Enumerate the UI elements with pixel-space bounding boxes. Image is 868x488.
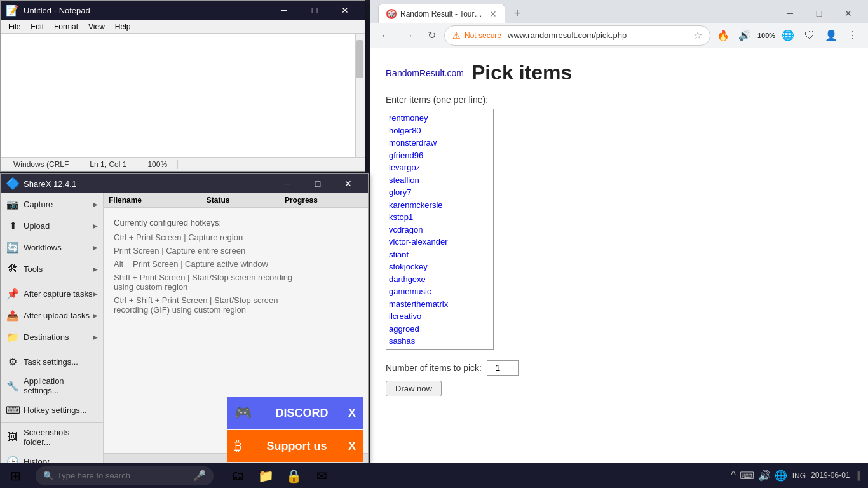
workflows-icon: 🔄 <box>6 240 20 254</box>
sidebar-item-history[interactable]: 🕒 History... <box>1 451 103 463</box>
hotkey-screen-recording: Shift + Print Screen | Start/Stop screen… <box>114 273 358 292</box>
notepad-menubar: File Edit Format View Help <box>1 20 365 34</box>
taskbar-app-file-explorer[interactable]: 📁 <box>252 463 280 489</box>
browser-nav-bar: ← → ↻ ⚠ Not secure www.randomresult.com/… <box>370 23 868 48</box>
discord-banner[interactable]: 🎮 DISCORD X <box>227 397 363 429</box>
browser-tab-active[interactable]: 🎲 Random Result - Tournament dr... ✕ <box>378 4 505 23</box>
tools-icon: 🛠 <box>6 262 20 276</box>
browser-window: 🎲 Random Result - Tournament dr... ✕ + ─… <box>370 0 868 463</box>
pick-row: Number of items to pick: <box>386 360 853 376</box>
sidebar-item-screenshots[interactable]: 🖼 Screenshots folder... <box>1 424 103 451</box>
start-button[interactable]: ⊞ <box>0 463 31 489</box>
notepad-statusbar: Windows (CRLF Ln 1, Col 1 100% <box>1 157 365 171</box>
after-capture-icon: 📌 <box>6 287 20 301</box>
pick-number-input[interactable] <box>487 360 519 376</box>
notepad-menu-view[interactable]: View <box>83 21 110 32</box>
sidebar-item-app-settings-label: Application settings... <box>24 376 98 395</box>
taskbar-app-security[interactable]: 🔒 <box>280 463 308 489</box>
tray-speaker-icon[interactable]: 🔊 <box>758 470 771 482</box>
browser-volume-icon[interactable]: 🔊 <box>735 25 755 46</box>
support-banner-close[interactable]: X <box>348 440 356 453</box>
taskbar-app-mail[interactable]: ✉ <box>308 463 336 489</box>
sharex-table-header: Filename Status Progress <box>104 193 368 208</box>
sidebar-item-tools[interactable]: 🛠 Tools ▶ <box>1 258 103 280</box>
draw-now-button[interactable]: Draw now <box>386 381 442 396</box>
notepad-textarea[interactable] <box>1 34 365 157</box>
browser-profile-icon[interactable]: 👤 <box>821 25 841 46</box>
browser-new-tab-button[interactable]: + <box>508 4 527 23</box>
sharex-maximize-button[interactable]: □ <box>303 174 332 193</box>
discord-banner-close[interactable]: X <box>348 407 356 420</box>
support-banner-text: Support us <box>266 440 327 453</box>
notepad-minimize-button[interactable]: ─ <box>269 1 299 20</box>
browser-tab-close-button[interactable]: ✕ <box>489 9 497 19</box>
search-icon: 🔍 <box>43 471 53 480</box>
taskbar-search-input[interactable] <box>57 471 191 480</box>
browser-maximize-button[interactable]: □ <box>804 4 834 23</box>
after-upload-arrow-icon: ▶ <box>93 312 98 319</box>
cortana-icon: 🎤 <box>193 470 206 482</box>
browser-tab-title: Random Result - Tournament dr... <box>400 10 485 18</box>
notepad-close-button[interactable]: ✕ <box>330 1 360 20</box>
app-settings-icon: 🔧 <box>6 379 20 393</box>
notepad-menu-format[interactable]: Format <box>49 21 83 32</box>
page-header: RandomResult.com Pick items <box>386 61 853 85</box>
notepad-menu-help[interactable]: Help <box>110 21 136 32</box>
browser-menu-button[interactable]: ⋮ <box>843 25 863 46</box>
sidebar-item-task-settings-label: Task settings... <box>24 357 98 367</box>
support-icon: ₿ <box>234 438 241 454</box>
hotkey-capture-screen: Print Screen | Capture entire screen <box>114 246 358 255</box>
tray-locale: ING <box>792 471 806 480</box>
capture-arrow-icon: ▶ <box>93 201 98 208</box>
items-textarea[interactable]: rentmoney holger80 monsterdraw gfriend96… <box>386 109 494 350</box>
notepad-content-area <box>1 34 365 157</box>
support-banner[interactable]: ₿ Support us X <box>227 430 363 462</box>
taskbar-clock[interactable]: 2019-06-01 <box>811 470 850 481</box>
sidebar-separator-3 <box>1 422 103 423</box>
tray-network-icon[interactable]: 🌐 <box>775 470 787 482</box>
notepad-maximize-button[interactable]: □ <box>300 1 329 20</box>
sharex-close-button[interactable]: ✕ <box>334 174 363 193</box>
sidebar-item-capture[interactable]: 📷 Capture ▶ <box>1 193 103 215</box>
browser-refresh-button[interactable]: ↻ <box>421 25 442 46</box>
address-bar[interactable]: ⚠ Not secure www.randomresult.com/pick.p… <box>444 25 710 46</box>
taskbar-app-task-view[interactable]: 🗂 <box>224 463 252 489</box>
notepad-menu-edit[interactable]: Edit <box>25 21 49 32</box>
discord-banner-text: DISCORD <box>275 407 328 420</box>
sidebar-item-task-settings[interactable]: ⚙ Task settings... <box>1 351 103 372</box>
sidebar-item-after-capture[interactable]: 📌 After capture tasks ▶ <box>1 283 103 304</box>
browser-minimize-button[interactable]: ─ <box>775 4 804 23</box>
notepad-scrollbar-vertical[interactable] <box>355 34 365 157</box>
sidebar-item-hotkey-settings[interactable]: ⌨ Hotkey settings... <box>1 399 103 421</box>
tray-show-desktop[interactable]: ▐ <box>855 471 860 480</box>
taskbar-search-box[interactable]: 🔍 🎤 <box>36 466 214 485</box>
browser-forward-button[interactable]: → <box>398 25 419 46</box>
notepad-position: Ln 1, Col 1 <box>79 160 137 169</box>
site-link[interactable]: RandomResult.com <box>386 68 464 78</box>
sidebar-separator-2 <box>1 349 103 349</box>
sharex-minimize-button[interactable]: ─ <box>273 174 302 193</box>
after-upload-icon: 📤 <box>6 308 20 322</box>
browser-extension-2[interactable]: 🌐 <box>778 25 798 46</box>
notepad-window-controls: ─ □ ✕ <box>269 1 360 20</box>
notepad-menu-file[interactable]: File <box>3 21 25 32</box>
hotkey-settings-icon: ⌨ <box>6 403 20 417</box>
tray-up-arrow-icon[interactable]: ^ <box>731 470 736 482</box>
sidebar-item-workflows[interactable]: 🔄 Workflows ▶ <box>1 236 103 258</box>
bookmark-icon[interactable]: ☆ <box>693 29 702 41</box>
tray-keyboard-icon[interactable]: ⌨ <box>740 470 754 482</box>
browser-close-button[interactable]: ✕ <box>834 4 863 23</box>
browser-zoom-icon[interactable]: 100% <box>756 25 776 46</box>
destinations-icon: 📁 <box>6 330 20 344</box>
browser-extension-1[interactable]: 🔥 <box>713 25 733 46</box>
hotkey-gif-recording: Ctrl + Shift + Print Screen | Start/Stop… <box>114 295 358 315</box>
sidebar-item-after-upload[interactable]: 📤 After upload tasks ▶ <box>1 304 103 326</box>
sidebar-item-app-settings[interactable]: 🔧 Application settings... <box>1 372 103 399</box>
notepad-titlebar: 📝 Untitled - Notepad ─ □ ✕ <box>1 1 365 20</box>
browser-extension-3[interactable]: 🛡 <box>799 25 820 46</box>
sidebar-item-destinations[interactable]: 📁 Destinations ▶ <box>1 326 103 348</box>
browser-tab-bar: 🎲 Random Result - Tournament dr... ✕ + ─… <box>370 0 868 23</box>
taskbar-time: 2019-06-01 <box>811 470 850 481</box>
browser-back-button[interactable]: ← <box>376 25 396 46</box>
sidebar-item-upload[interactable]: ⬆ Upload ▶ <box>1 215 103 236</box>
